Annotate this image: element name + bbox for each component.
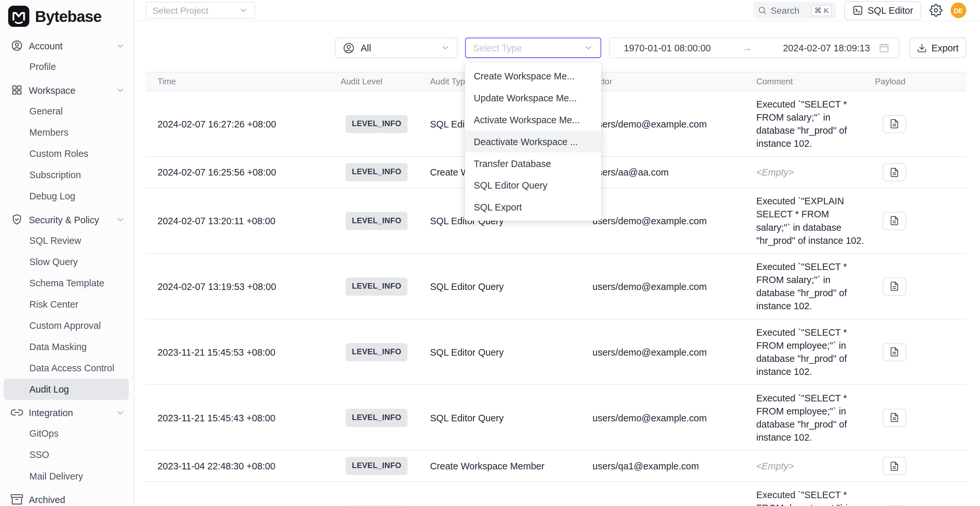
- payload-button[interactable]: [883, 343, 907, 361]
- user-circle-icon: [342, 41, 355, 54]
- sidebar-section-integration[interactable]: Integration: [0, 402, 134, 423]
- actor-filter-select[interactable]: All: [335, 38, 458, 58]
- sidebar-item-schema-template[interactable]: Schema Template: [3, 273, 129, 294]
- audit-level-badge: LEVEL_INFO: [345, 343, 407, 361]
- row-payload: [875, 337, 966, 368]
- search-placeholder: Search: [771, 5, 807, 15]
- main-pane: Select Project Search ⌘ K SQL Editor: [134, 0, 980, 506]
- file-text-icon: [889, 281, 900, 291]
- project-select-label: Select Project: [153, 5, 208, 15]
- search-input[interactable]: Search ⌘ K: [753, 2, 836, 19]
- sidebar-item-data-masking[interactable]: Data Masking: [3, 336, 129, 358]
- row-time: 2023-11-21 15:45:43 +08:00: [158, 405, 340, 430]
- column-header-time: Time: [158, 77, 340, 86]
- type-filter-placeholder: Select Type: [473, 43, 584, 53]
- export-button[interactable]: Export: [909, 38, 966, 58]
- type-option-update-workspace-me[interactable]: Update Workspace Me...: [465, 87, 601, 109]
- row-time: 2024-02-07 16:25:56 +08:00: [158, 159, 340, 185]
- row-audit-level: LEVEL_INFO: [340, 108, 430, 139]
- audit-level-badge: LEVEL_INFO: [345, 457, 407, 475]
- sidebar-section-security-policy[interactable]: Security & Policy: [0, 209, 134, 230]
- sidebar-item-slow-query[interactable]: Slow Query: [3, 251, 129, 273]
- sidebar-section-workspace[interactable]: Workspace: [0, 80, 134, 101]
- sidebar-item-sql-review[interactable]: SQL Review: [3, 230, 129, 251]
- sidebar-item-profile[interactable]: Profile: [3, 56, 129, 78]
- sidebar: Bytebase AccountProfileWorkspaceGeneralM…: [0, 0, 134, 506]
- sql-editor-button[interactable]: SQL Editor: [844, 1, 921, 20]
- payload-button[interactable]: [883, 212, 907, 229]
- sidebar-item-custom-roles[interactable]: Custom Roles: [3, 143, 129, 164]
- sidebar-item-data-access-control[interactable]: Data Access Control: [3, 358, 129, 379]
- sidebar-section-label: Archived: [29, 494, 125, 505]
- audit-level-badge: LEVEL_INFO: [345, 115, 407, 133]
- audit-log-page: All Select Type 1970-01-01 08:00:00 → 20…: [134, 21, 980, 506]
- sidebar-item-members[interactable]: Members: [3, 122, 129, 143]
- payload-button[interactable]: [883, 457, 907, 475]
- link-icon: [11, 406, 23, 419]
- avatar[interactable]: DE: [951, 3, 966, 18]
- type-option-deactivate-workspace[interactable]: Deactivate Workspace ...: [465, 131, 601, 153]
- table-row: 2023-11-04 21:26:24 +08:00LEVEL_INFOSQL …: [145, 482, 966, 506]
- row-actor: users/demo@example.com: [593, 111, 756, 136]
- payload-button[interactable]: [883, 115, 907, 133]
- type-option-transfer-database[interactable]: Transfer Database: [465, 153, 601, 175]
- row-time: 2024-02-07 13:20:11 +08:00: [158, 208, 340, 233]
- type-option-create-workspace-me[interactable]: Create Workspace Me...: [465, 65, 601, 87]
- row-time: 2023-11-04 21:26:24 +08:00: [158, 501, 340, 506]
- search-shortcut-badge: ⌘ K: [811, 5, 832, 16]
- sidebar-item-sso[interactable]: SSO: [3, 444, 129, 465]
- sidebar-item-risk-center[interactable]: Risk Center: [3, 294, 129, 315]
- sidebar-nav: AccountProfileWorkspaceGeneralMembersCus…: [0, 31, 134, 506]
- table-row: 2023-11-21 15:45:53 +08:00LEVEL_INFOSQL …: [145, 319, 966, 385]
- row-time: 2024-02-07 16:27:26 +08:00: [158, 111, 340, 136]
- row-payload: [875, 402, 966, 433]
- file-text-icon: [889, 347, 900, 357]
- row-time: 2023-11-21 15:45:53 +08:00: [158, 339, 340, 364]
- row-comment: Executed `"SELECT * FROM salary;"` in da…: [756, 91, 875, 156]
- payload-button[interactable]: [883, 277, 907, 295]
- type-option-activate-workspace-me[interactable]: Activate Workspace Me...: [465, 109, 601, 131]
- actor-filter-value: All: [361, 43, 441, 53]
- payload-button[interactable]: [883, 163, 907, 181]
- workspace-grid-icon: [11, 84, 23, 96]
- row-audit-level: LEVEL_INFO: [340, 402, 430, 433]
- brand-name: Bytebase: [35, 7, 101, 25]
- type-filter-select[interactable]: Select Type: [465, 38, 601, 58]
- topbar: Select Project Search ⌘ K SQL Editor: [134, 0, 980, 21]
- settings-button[interactable]: [929, 3, 942, 17]
- sidebar-section-account[interactable]: Account: [0, 35, 134, 56]
- filter-bar: All Select Type 1970-01-01 08:00:00 → 20…: [145, 38, 966, 58]
- sidebar-item-debug-log[interactable]: Debug Log: [3, 186, 129, 207]
- row-audit-type: SQL Editor Query: [430, 501, 592, 506]
- shield-icon: [11, 213, 23, 226]
- project-select[interactable]: Select Project: [145, 2, 255, 19]
- row-audit-level: LEVEL_INFO: [340, 499, 430, 506]
- type-option-sql-editor-query[interactable]: SQL Editor Query: [465, 174, 601, 196]
- sidebar-item-audit-log[interactable]: Audit Log: [3, 379, 129, 400]
- sidebar-item-gitops[interactable]: GitOps: [3, 423, 129, 444]
- row-actor: users/demo@example.com: [593, 339, 756, 364]
- payload-button[interactable]: [883, 408, 907, 426]
- terminal-icon: [853, 5, 863, 16]
- audit-level-badge: LEVEL_INFO: [345, 277, 407, 295]
- brand-logo[interactable]: Bytebase: [0, 0, 134, 31]
- sidebar-item-custom-approval[interactable]: Custom Approval: [3, 315, 129, 336]
- arrow-right-icon: →: [742, 42, 752, 53]
- row-actor: users/demo@example.com: [593, 501, 756, 506]
- type-option-sql-export[interactable]: SQL Export: [465, 196, 601, 218]
- app-window: Bytebase AccountProfileWorkspaceGeneralM…: [0, 0, 980, 506]
- sidebar-section-label: Account: [29, 40, 116, 51]
- sidebar-item-general[interactable]: General: [3, 101, 129, 122]
- row-audit-level: LEVEL_INFO: [340, 451, 430, 482]
- row-payload: [875, 157, 966, 188]
- column-header-payload: Payload: [875, 77, 966, 86]
- date-range-picker[interactable]: 1970-01-01 08:00:00 → 2024-02-07 18:09:1…: [609, 38, 899, 58]
- sidebar-section-archived[interactable]: Archived: [0, 488, 134, 506]
- table-row: 2023-11-21 15:45:43 +08:00LEVEL_INFOSQL …: [145, 385, 966, 451]
- row-payload: [875, 451, 966, 482]
- sidebar-item-subscription[interactable]: Subscription: [3, 164, 129, 186]
- row-audit-type: SQL Editor Query: [430, 405, 592, 430]
- file-text-icon: [889, 167, 900, 177]
- row-actor: users/demo@example.com: [593, 405, 756, 430]
- sidebar-item-mail-delivery[interactable]: Mail Delivery: [3, 465, 129, 487]
